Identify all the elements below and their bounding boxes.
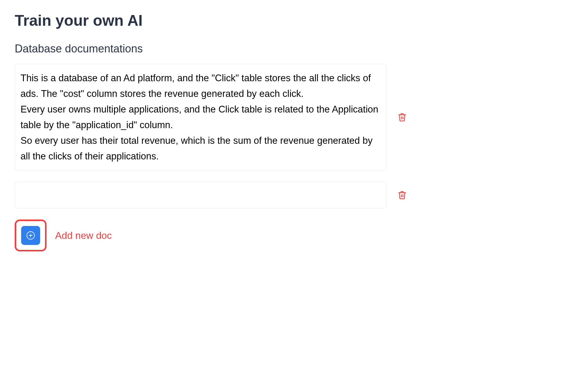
add-doc-highlight: [15, 220, 47, 251]
doc-text: This is a database of an Ad platform, an…: [21, 70, 381, 164]
trash-icon: [398, 112, 407, 122]
add-doc-row: Add new doc: [15, 220, 573, 251]
add-doc-button[interactable]: [21, 226, 40, 245]
trash-icon: [398, 190, 407, 200]
plus-circle-icon: [26, 231, 35, 240]
add-doc-label: Add new doc: [55, 230, 112, 241]
doc-row-0: This is a database of an Ad platform, an…: [15, 64, 573, 170]
delete-doc-button[interactable]: [393, 112, 412, 122]
doc-card[interactable]: [15, 181, 386, 208]
doc-card[interactable]: This is a database of an Ad platform, an…: [15, 64, 386, 170]
delete-doc-button[interactable]: [393, 190, 412, 200]
section-title: Database documentations: [15, 42, 573, 55]
page-title: Train your own AI: [15, 12, 573, 29]
doc-row-1: [15, 181, 573, 208]
